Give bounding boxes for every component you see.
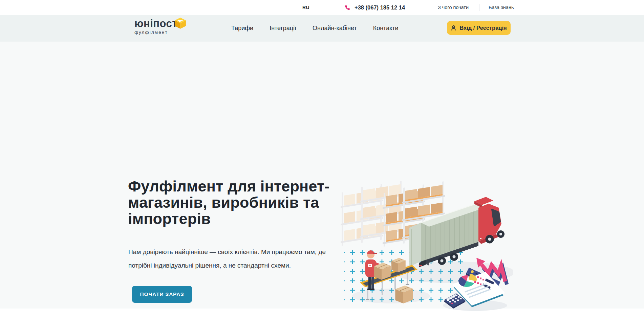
user-icon bbox=[451, 25, 456, 31]
phone-link[interactable]: +38 (067) 185 12 14 bbox=[345, 0, 405, 15]
logo[interactable]: юніпост фулфілмент bbox=[134, 18, 192, 35]
link-how-to-start[interactable]: З чого почати bbox=[438, 0, 469, 15]
hero-section: Фулфілмент для інтернет- магазинів, виро… bbox=[0, 42, 644, 309]
start-now-button[interactable]: ПОЧАТИ ЗАРАЗ bbox=[132, 286, 192, 303]
login-register-label: Вхід / Реєстрація bbox=[459, 25, 507, 31]
box-on-floor bbox=[395, 286, 413, 303]
main-nav: Тарифи Інтеграції Онлайн-кабінет Контакт… bbox=[231, 15, 399, 42]
phone-number: +38 (067) 185 12 14 bbox=[355, 4, 405, 11]
nav-item-cabinet[interactable]: Онлайн-кабінет bbox=[313, 25, 357, 32]
logo-tagline: фулфілмент bbox=[134, 30, 192, 35]
login-register-button[interactable]: Вхід / Реєстрація bbox=[447, 21, 511, 35]
box-on-belt bbox=[391, 258, 406, 272]
topbar-divider bbox=[479, 4, 479, 11]
language-switcher[interactable]: RU bbox=[302, 0, 309, 15]
hero-description: Нам довіряють найцінніше — своїх клієнті… bbox=[128, 245, 326, 272]
box-on-belt bbox=[374, 263, 391, 280]
page-title: Фулфілмент для інтернет- магазинів, виро… bbox=[128, 178, 330, 227]
hero-illustration bbox=[340, 174, 513, 311]
cube-icon bbox=[174, 17, 187, 29]
nav-item-tariffs[interactable]: Тарифи bbox=[231, 25, 253, 32]
topbar: RU +38 (067) 185 12 14 З чого почати Баз… bbox=[0, 0, 644, 15]
nav-item-integrations[interactable]: Інтеграції bbox=[270, 25, 296, 32]
nav-item-contacts[interactable]: Контакти bbox=[373, 25, 399, 32]
phone-icon bbox=[345, 5, 350, 10]
link-knowledge-base[interactable]: База знань bbox=[489, 0, 514, 15]
header: юніпост фулфілмент Тарифи Інтеграції Онл… bbox=[0, 15, 644, 42]
